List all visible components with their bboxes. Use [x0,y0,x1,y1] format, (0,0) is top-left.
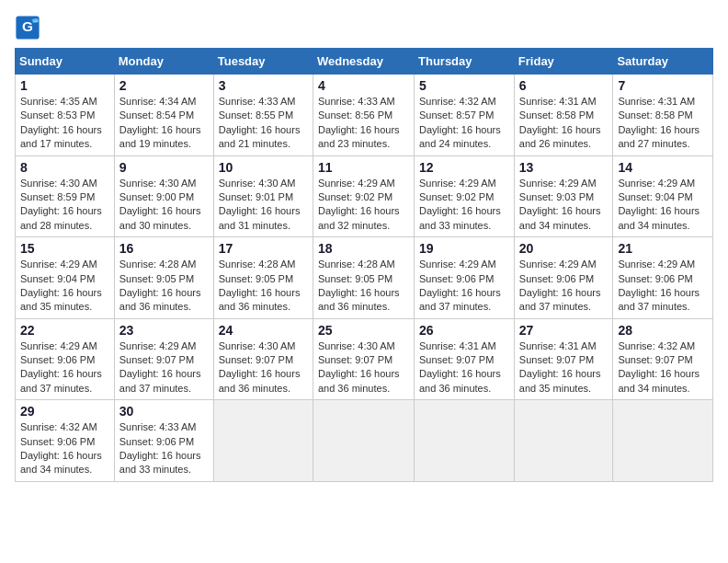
calendar-cell: 2 Sunrise: 4:34 AM Sunset: 8:54 PM Dayli… [114,75,213,156]
day-number: 15 [20,241,109,256]
day-number: 18 [318,241,409,256]
day-number: 9 [119,160,209,175]
calendar-week-1: 8 Sunrise: 4:30 AM Sunset: 8:59 PM Dayli… [16,155,713,237]
day-detail: Sunrise: 4:31 AM Sunset: 9:07 PM Dayligh… [519,339,609,396]
day-detail: Sunrise: 4:28 AM Sunset: 9:05 PM Dayligh… [119,258,209,315]
day-number: 23 [119,323,209,338]
calendar-cell: 12 Sunrise: 4:29 AM Sunset: 9:02 PM Dayl… [415,155,515,237]
day-detail: Sunrise: 4:33 AM Sunset: 9:06 PM Dayligh… [119,420,209,477]
calendar-cell: 5 Sunrise: 4:32 AM Sunset: 8:57 PM Dayli… [415,75,515,156]
day-detail: Sunrise: 4:30 AM Sunset: 9:00 PM Dayligh… [119,177,209,234]
day-detail: Sunrise: 4:34 AM Sunset: 8:54 PM Dayligh… [119,95,209,152]
day-detail: Sunrise: 4:32 AM Sunset: 8:57 PM Dayligh… [419,95,509,152]
calendar-cell [313,400,414,482]
day-detail: Sunrise: 4:30 AM Sunset: 9:07 PM Dayligh… [219,339,308,396]
calendar-cell: 18 Sunrise: 4:28 AM Sunset: 9:05 PM Dayl… [313,237,414,319]
day-number: 26 [419,323,509,338]
day-number: 27 [519,323,609,338]
day-detail: Sunrise: 4:29 AM Sunset: 9:06 PM Dayligh… [519,258,609,315]
calendar-week-0: 1 Sunrise: 4:35 AM Sunset: 8:53 PM Dayli… [16,75,713,156]
header-wednesday: Wednesday [313,49,414,75]
day-number: 19 [419,241,509,256]
calendar-cell: 22 Sunrise: 4:29 AM Sunset: 9:06 PM Dayl… [16,318,115,400]
logo: G [15,15,44,40]
day-number: 11 [318,160,409,175]
day-detail: Sunrise: 4:33 AM Sunset: 8:56 PM Dayligh… [318,95,409,152]
calendar-cell: 28 Sunrise: 4:32 AM Sunset: 9:07 PM Dayl… [613,318,713,400]
day-detail: Sunrise: 4:31 AM Sunset: 8:58 PM Dayligh… [618,95,708,152]
calendar-cell [415,400,515,482]
day-number: 22 [20,323,109,338]
day-number: 6 [519,78,609,93]
day-number: 29 [20,404,109,419]
header-friday: Friday [514,49,613,75]
day-number: 25 [318,323,409,338]
calendar-cell: 10 Sunrise: 4:30 AM Sunset: 9:01 PM Dayl… [213,155,313,237]
header-saturday: Saturday [613,49,713,75]
day-detail: Sunrise: 4:29 AM Sunset: 9:04 PM Dayligh… [618,177,708,234]
calendar-cell: 29 Sunrise: 4:32 AM Sunset: 9:06 PM Dayl… [16,400,115,482]
day-detail: Sunrise: 4:28 AM Sunset: 9:05 PM Dayligh… [318,258,409,315]
calendar-table: SundayMondayTuesdayWednesdayThursdayFrid… [15,48,713,482]
day-detail: Sunrise: 4:29 AM Sunset: 9:03 PM Dayligh… [519,177,609,234]
day-number: 14 [618,160,708,175]
calendar-body: 1 Sunrise: 4:35 AM Sunset: 8:53 PM Dayli… [16,75,713,482]
calendar-cell [613,400,713,482]
header-monday: Monday [114,49,213,75]
calendar-cell: 17 Sunrise: 4:28 AM Sunset: 9:05 PM Dayl… [213,237,313,319]
day-detail: Sunrise: 4:29 AM Sunset: 9:06 PM Dayligh… [618,258,708,315]
day-number: 20 [519,241,609,256]
day-detail: Sunrise: 4:29 AM Sunset: 9:02 PM Dayligh… [318,177,409,234]
calendar-cell: 8 Sunrise: 4:30 AM Sunset: 8:59 PM Dayli… [16,155,115,237]
calendar-cell [514,400,613,482]
day-detail: Sunrise: 4:31 AM Sunset: 8:58 PM Dayligh… [519,95,609,152]
day-detail: Sunrise: 4:29 AM Sunset: 9:06 PM Dayligh… [419,258,509,315]
day-number: 13 [519,160,609,175]
day-number: 10 [219,160,308,175]
calendar-cell: 1 Sunrise: 4:35 AM Sunset: 8:53 PM Dayli… [16,75,115,156]
header-thursday: Thursday [415,49,515,75]
calendar-cell: 14 Sunrise: 4:29 AM Sunset: 9:04 PM Dayl… [613,155,713,237]
svg-text:G: G [22,18,33,34]
day-number: 24 [219,323,308,338]
calendar-cell: 26 Sunrise: 4:31 AM Sunset: 9:07 PM Dayl… [415,318,515,400]
calendar-cell: 25 Sunrise: 4:30 AM Sunset: 9:07 PM Dayl… [313,318,414,400]
day-detail: Sunrise: 4:33 AM Sunset: 8:55 PM Dayligh… [219,95,308,152]
day-detail: Sunrise: 4:29 AM Sunset: 9:06 PM Dayligh… [20,339,109,396]
calendar-cell: 21 Sunrise: 4:29 AM Sunset: 9:06 PM Dayl… [613,237,713,319]
calendar-cell: 24 Sunrise: 4:30 AM Sunset: 9:07 PM Dayl… [213,318,313,400]
day-number: 12 [419,160,509,175]
calendar-cell: 7 Sunrise: 4:31 AM Sunset: 8:58 PM Dayli… [613,75,713,156]
calendar-cell: 20 Sunrise: 4:29 AM Sunset: 9:06 PM Dayl… [514,237,613,319]
calendar-week-2: 15 Sunrise: 4:29 AM Sunset: 9:04 PM Dayl… [16,237,713,319]
day-detail: Sunrise: 4:30 AM Sunset: 9:01 PM Dayligh… [219,177,308,234]
calendar-week-3: 22 Sunrise: 4:29 AM Sunset: 9:06 PM Dayl… [16,318,713,400]
day-detail: Sunrise: 4:28 AM Sunset: 9:05 PM Dayligh… [219,258,308,315]
calendar-cell: 16 Sunrise: 4:28 AM Sunset: 9:05 PM Dayl… [114,237,213,319]
calendar-cell: 3 Sunrise: 4:33 AM Sunset: 8:55 PM Dayli… [213,75,313,156]
calendar-cell: 19 Sunrise: 4:29 AM Sunset: 9:06 PM Dayl… [415,237,515,319]
day-detail: Sunrise: 4:32 AM Sunset: 9:07 PM Dayligh… [618,339,708,396]
header-tuesday: Tuesday [213,49,313,75]
day-detail: Sunrise: 4:29 AM Sunset: 9:04 PM Dayligh… [20,258,109,315]
day-number: 3 [219,78,308,93]
day-detail: Sunrise: 4:32 AM Sunset: 9:06 PM Dayligh… [20,420,109,477]
page-header: G [15,15,713,40]
day-number: 8 [20,160,109,175]
day-number: 1 [20,78,109,93]
header-sunday: Sunday [16,49,115,75]
calendar-cell [213,400,313,482]
day-detail: Sunrise: 4:29 AM Sunset: 9:02 PM Dayligh… [419,177,509,234]
calendar-cell: 13 Sunrise: 4:29 AM Sunset: 9:03 PM Dayl… [514,155,613,237]
calendar-cell: 6 Sunrise: 4:31 AM Sunset: 8:58 PM Dayli… [514,75,613,156]
day-detail: Sunrise: 4:30 AM Sunset: 8:59 PM Dayligh… [20,177,109,234]
day-number: 17 [219,241,308,256]
day-number: 7 [618,78,708,93]
logo-icon: G [15,15,40,40]
calendar-header: SundayMondayTuesdayWednesdayThursdayFrid… [16,49,713,75]
day-number: 2 [119,78,209,93]
calendar-cell: 27 Sunrise: 4:31 AM Sunset: 9:07 PM Dayl… [514,318,613,400]
day-number: 4 [318,78,409,93]
calendar-cell: 15 Sunrise: 4:29 AM Sunset: 9:04 PM Dayl… [16,237,115,319]
calendar-cell: 4 Sunrise: 4:33 AM Sunset: 8:56 PM Dayli… [313,75,414,156]
